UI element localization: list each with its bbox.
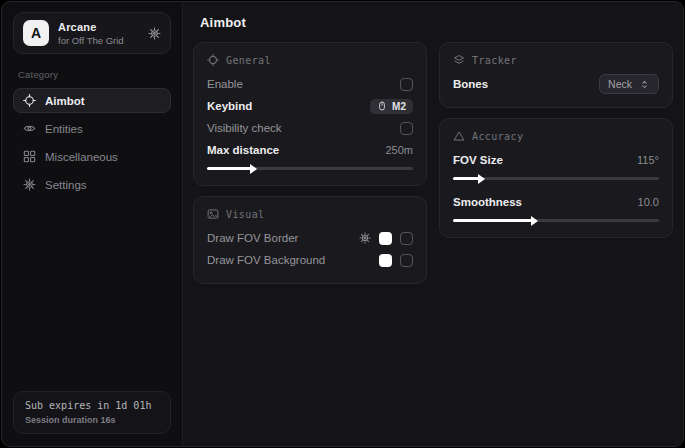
eye-icon [23,122,36,135]
enable-row: Enable [207,73,413,95]
gear-icon [23,178,36,191]
section-title: General [226,55,271,66]
bones-select[interactable]: Neck [599,74,659,94]
keybind-row: Keybind M2 [207,95,413,117]
visibility-check-label: Visibility check [207,122,282,134]
main-header: Aimbot [183,2,683,39]
draw-fov-border-checkbox[interactable] [400,232,413,245]
crosshair-icon [207,54,219,66]
bones-label: Bones [453,78,488,90]
fov-size-label: FOV Size [453,154,503,166]
draw-fov-background-controls [379,254,413,267]
fov-border-color-swatch[interactable] [379,232,392,245]
app-brand-card: A Arcane for Off The Grid [13,12,171,54]
gear-icon[interactable] [359,232,371,244]
smoothness-row: Smoothness 10.0 [453,191,659,213]
visibility-check-checkbox[interactable] [400,122,413,135]
slider-fill [453,177,480,180]
draw-fov-border-controls [359,232,413,245]
enable-label: Enable [207,78,243,90]
sidebar-item-label: Settings [45,179,87,191]
draw-fov-background-checkbox[interactable] [400,254,413,267]
page-title: Aimbot [200,15,666,30]
sidebar-item-entities[interactable]: Entities [13,116,171,141]
smoothness-label: Smoothness [453,196,522,208]
general-card-header: General [207,54,413,66]
draw-fov-border-label: Draw FOV Border [207,232,298,244]
tracker-card-header: Tracker [453,54,659,66]
app-brand-text: Arcane for Off The Grid [58,21,139,46]
sidebar-item-settings[interactable]: Settings [13,172,171,197]
sidebar-item-label: Miscellaneous [45,151,118,163]
right-column: Tracker Bones Neck [439,42,673,248]
app-subtitle: for Off The Grid [58,35,139,46]
section-title: Tracker [472,55,517,66]
fov-size-value: 115° [637,154,659,166]
visual-card: Visual Draw FOV Border Draw [193,196,427,284]
sidebar: A Arcane for Off The Grid Category Aimbo… [2,2,183,446]
keybind-badge[interactable]: M2 [370,99,413,114]
accuracy-card-header: Accuracy [453,130,659,142]
subscription-card: Sub expires in 1d 01h Session duration 1… [13,391,171,434]
keybind-label: Keybind [207,100,252,112]
max-distance-row: Max distance 250m [207,139,413,161]
app-name: Arcane [58,21,139,33]
category-label: Category [18,69,166,80]
slider-fill [207,167,252,170]
smoothness-value: 10.0 [638,196,659,208]
max-distance-value: 250m [385,144,413,156]
draw-fov-background-row: Draw FOV Background [207,249,413,271]
visibility-check-row: Visibility check [207,117,413,139]
fov-size-row: FOV Size 115° [453,149,659,171]
enable-checkbox[interactable] [400,78,413,91]
app-window: A Arcane for Off The Grid Category Aimbo… [1,1,684,447]
triangle-icon [453,130,465,142]
app-logo: A [23,20,49,46]
section-title: Visual [226,209,265,220]
smoothness-slider[interactable] [453,216,659,225]
subscription-expiry: Sub expires in 1d 01h [25,400,159,411]
keybind-value: M2 [392,101,406,112]
bones-selected-value: Neck [608,78,632,90]
sidebar-item-label: Entities [45,123,83,135]
content: General Enable Keybind M2 [183,39,683,304]
gear-icon[interactable] [148,27,161,40]
general-card: General Enable Keybind M2 [193,42,427,186]
max-distance-slider[interactable] [207,164,413,173]
slider-thumb[interactable] [531,216,538,226]
layers-icon [453,54,465,66]
sidebar-item-label: Aimbot [45,95,85,107]
accuracy-card: Accuracy FOV Size 115° Smoothness [439,118,673,238]
sidebar-item-miscellaneous[interactable]: Miscellaneous [13,144,171,169]
draw-fov-background-label: Draw FOV Background [207,254,325,266]
left-column: General Enable Keybind M2 [193,42,427,294]
section-title: Accuracy [472,131,523,142]
mouse-icon [377,101,387,111]
slider-fill [453,219,533,222]
tracker-card: Tracker Bones Neck [439,42,673,108]
fov-background-color-swatch[interactable] [379,254,392,267]
slider-thumb[interactable] [250,164,257,174]
crosshair-icon [23,94,36,107]
max-distance-label: Max distance [207,144,279,156]
bones-row: Bones Neck [453,73,659,95]
draw-fov-border-row: Draw FOV Border [207,227,413,249]
slider-thumb[interactable] [478,174,485,184]
fov-size-slider[interactable] [453,174,659,183]
main-panel: Aimbot General Enable [183,2,683,446]
image-icon [207,208,219,220]
grid-icon [23,150,36,163]
session-duration: Session duration 16s [25,415,159,425]
visual-card-header: Visual [207,208,413,220]
sidebar-item-aimbot[interactable]: Aimbot [13,88,171,113]
updown-arrows-icon [639,79,650,90]
